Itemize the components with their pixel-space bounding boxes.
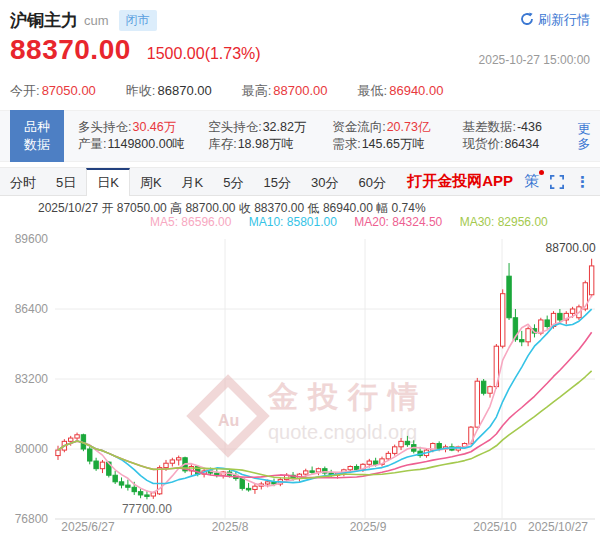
- instrument-title: 沪铜主力: [10, 9, 78, 32]
- candle: [373, 461, 377, 464]
- candle: [539, 320, 543, 333]
- tab-month-k[interactable]: 月K: [172, 168, 214, 195]
- candle: [240, 479, 244, 489]
- open-app-link[interactable]: 打开金投网APP: [407, 172, 513, 191]
- candle: [75, 435, 79, 438]
- candle: [253, 486, 257, 489]
- variety-fund-flow: 资金流向:20.73亿: [332, 119, 462, 136]
- price-row: 88370.00 1500.00(1.73%) 2025-10-27 15:00…: [10, 34, 590, 70]
- candle: [94, 461, 98, 469]
- candle: [88, 449, 92, 461]
- candlestick-chart[interactable]: 8960086400832008000076800Au金投行情quote.cng…: [0, 229, 600, 533]
- candle: [558, 313, 562, 320]
- variety-inventory: 库存:18.98万吨: [208, 136, 332, 153]
- ma30-legend: MA30: 82956.00: [460, 215, 548, 229]
- stat-open: 今开:87050.00: [10, 82, 96, 100]
- strategy-button[interactable]: 策: [524, 172, 539, 191]
- stat-prev-close: 昨收:86870.00: [126, 82, 212, 100]
- candle: [437, 444, 441, 449]
- y-axis-label: 86400: [15, 302, 49, 316]
- candle: [386, 453, 390, 458]
- candle: [246, 488, 250, 490]
- x-axis-label: 2025/8: [212, 520, 249, 533]
- svg-text:Au: Au: [218, 412, 239, 429]
- tab-5min[interactable]: 5分: [213, 168, 253, 195]
- x-axis-label: 2025/9: [350, 520, 387, 533]
- x-axis-label: 2025/6/27: [61, 520, 115, 533]
- refresh-label: 刷新行情: [538, 11, 590, 29]
- tab-time[interactable]: 分时: [0, 168, 46, 195]
- candle: [545, 320, 549, 327]
- y-axis-label: 80000: [15, 442, 49, 456]
- quote-timestamp: 2025-10-27 15:00:00: [479, 53, 590, 70]
- x-axis-label: 2025/10/27: [528, 520, 588, 533]
- ma20-legend: MA20: 84324.50: [354, 215, 442, 229]
- tab-5day[interactable]: 5日: [46, 168, 86, 195]
- variety-output: 产量:1149800.00吨: [78, 136, 208, 153]
- variety-data-panel: 品种 数据 多头持仓:30.46万 空头持仓:32.82万 资金流向:20.73…: [0, 110, 600, 162]
- candle: [69, 438, 73, 441]
- candle: [520, 340, 524, 342]
- candle: [405, 441, 409, 444]
- notification-dot-icon: [539, 170, 544, 175]
- candle: [589, 266, 593, 295]
- variety-short-position: 空头持仓:32.82万: [208, 119, 332, 136]
- y-axis-label: 76800: [15, 512, 49, 526]
- stat-low: 最低:86940.00: [358, 82, 444, 100]
- tab-60min[interactable]: 60分: [348, 168, 395, 195]
- candle: [113, 475, 117, 482]
- ma-legend: MA5: 86596.00 MA10: 85801.00 MA20: 84324…: [0, 215, 600, 229]
- variety-badge: 品种 数据: [10, 110, 64, 162]
- candle: [481, 381, 485, 393]
- candle: [393, 447, 397, 454]
- more-button[interactable]: 更多: [576, 121, 592, 151]
- candle: [132, 487, 136, 491]
- candle: [570, 309, 574, 313]
- svg-text:金投行情: 金投行情: [267, 380, 428, 413]
- market-status-badge: 闭市: [119, 10, 157, 31]
- x-axis-label: 2025/10: [473, 520, 517, 533]
- candle: [177, 458, 181, 460]
- tab-30min[interactable]: 30分: [301, 168, 348, 195]
- refresh-button[interactable]: 刷新行情: [520, 11, 590, 29]
- ohlc-info: 2025/10/27 开 87050.00 高 88700.00 收 88370…: [0, 200, 600, 214]
- chart-tabbar: 分时 5日 日K 周K 月K 5分 15分 30分 60分 打开金投网APP 策…: [0, 167, 600, 196]
- candle: [501, 294, 505, 347]
- candle: [348, 467, 352, 470]
- watermark: Au金投行情quote.cngold.org: [193, 380, 428, 451]
- candle: [316, 469, 320, 472]
- ma5-legend: MA5: 86596.00: [150, 215, 231, 229]
- fullscreen-icon[interactable]: [550, 175, 564, 189]
- variety-spot-price: 现货价:86434: [462, 136, 574, 153]
- header: 沪铜主力 cum 闭市 刷新行情: [10, 8, 590, 32]
- candle: [265, 482, 269, 484]
- candle: [367, 461, 371, 464]
- candle: [310, 471, 314, 473]
- tab-week-k[interactable]: 周K: [130, 168, 172, 195]
- svg-text:quote.cngold.org: quote.cngold.org: [268, 421, 417, 443]
- candle: [100, 462, 104, 469]
- quote-page: 沪铜主力 cum 闭市 刷新行情 88370.00 1500.00(1.73%)…: [0, 8, 600, 535]
- stat-high: 最高:88700.00: [242, 82, 328, 100]
- price-change: 1500.00(1.73%): [147, 45, 261, 63]
- variety-basis: 基差数据:-436: [462, 119, 574, 136]
- more-menu-icon[interactable]: ⋮: [575, 174, 590, 189]
- candle: [145, 495, 149, 497]
- last-price: 88370.00: [10, 34, 131, 66]
- candle: [399, 441, 403, 446]
- refresh-icon: [520, 12, 534, 29]
- candle: [164, 463, 168, 467]
- high-annotation: 88700.00: [546, 241, 596, 255]
- candle: [56, 450, 60, 455]
- candle: [304, 471, 308, 474]
- low-annotation: 77700.00: [122, 502, 172, 516]
- candle: [138, 492, 142, 495]
- variety-grid: 多头持仓:30.46万 空头持仓:32.82万 资金流向:20.73亿 基差数据…: [64, 115, 574, 157]
- tab-daily-k[interactable]: 日K: [86, 168, 130, 196]
- candle: [507, 276, 511, 318]
- tab-15min[interactable]: 15分: [253, 168, 300, 195]
- quote-stats: 今开:87050.00 昨收:86870.00 最高:88700.00 最低:8…: [10, 82, 590, 100]
- candle: [170, 460, 174, 463]
- variety-demand: 需求:145.65万吨: [332, 136, 462, 153]
- candle: [119, 482, 123, 485]
